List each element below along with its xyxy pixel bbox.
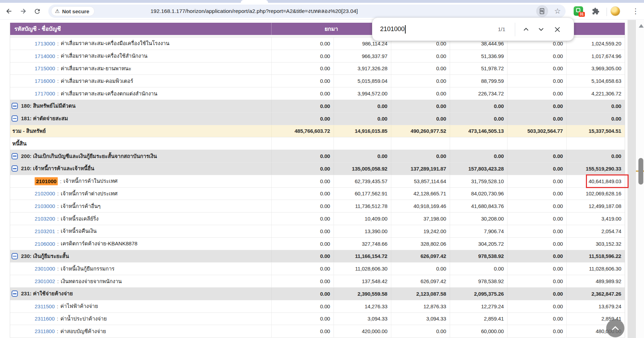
account-code-link[interactable]: 1715000: [35, 65, 55, 71]
minus-icon: [13, 256, 16, 257]
account-code-link[interactable]: 2103200: [35, 216, 55, 222]
account-code-link[interactable]: 2103000: [35, 203, 55, 209]
account-code-link[interactable]: 1717000: [35, 91, 55, 96]
value-cell: 3,094.33: [391, 313, 450, 325]
table-row: 1715000:ค่าเสื่อมราคาสะสม-ยานพาหนะ0.003,…: [10, 63, 625, 75]
value-cell: 0.00: [507, 325, 566, 337]
value-cell: 0.00: [271, 163, 334, 175]
value-cell: 84,020,730.96: [450, 188, 507, 200]
value-cell: 51,336.99: [450, 50, 507, 62]
table-row: 200: เงินเบิกเกินบัญชีและเงินกู้ยืมระยะส…: [10, 150, 625, 163]
table-row: 1716000:ค่าเสื่อมราคาสะสม-คอมพิวเตอร์0.0…: [10, 75, 625, 87]
value-cell: 0.00: [507, 50, 566, 62]
value-cell: 0.00: [271, 300, 334, 312]
account-code-link[interactable]: 1714000: [35, 53, 55, 59]
separator: :: [55, 328, 60, 334]
collapse-button[interactable]: [12, 153, 18, 159]
tab-strip: [0, 0, 644, 3]
value-cell: 41,680,843.76: [450, 200, 507, 212]
collapse-button[interactable]: [12, 253, 18, 259]
account-cell: 200: เงินเบิกเกินบัญชีและเงินกู้ยืมระยะส…: [10, 150, 271, 162]
collapse-button[interactable]: [12, 290, 18, 297]
value-cell: 2,123,087.58: [391, 288, 450, 300]
collapse-button[interactable]: [12, 165, 18, 172]
page-content: รหัสบัญชี - ชื่อบัญชี ยกมา ยกไป 1713000:…: [0, 20, 644, 338]
back-button[interactable]: [4, 6, 14, 16]
separator: :: [55, 228, 61, 234]
account-code-link[interactable]: 1716000: [35, 78, 55, 84]
find-next-button[interactable]: [534, 23, 548, 36]
value-cell: [334, 137, 391, 150]
puzzle-icon: [592, 7, 600, 15]
account-code-link[interactable]: 2102000: [35, 190, 55, 196]
value-cell: 0.00: [507, 313, 566, 325]
value-cell: 11,166,154.72: [334, 250, 391, 263]
value-cell: 1,024,559.20: [566, 37, 625, 50]
profile-avatar[interactable]: [610, 6, 620, 16]
value-cell: 0.00: [507, 250, 566, 263]
account-code-link[interactable]: 2311600: [35, 316, 55, 322]
value-cell: 0.00: [391, 63, 450, 75]
value-cell: 13,390.00: [334, 225, 391, 237]
account-code-link[interactable]: 2106000: [35, 241, 55, 247]
collapse-button[interactable]: [12, 115, 18, 122]
value-cell: 0.00: [507, 263, 566, 275]
account-code-link[interactable]: 2301002: [35, 278, 55, 284]
account-cell: 2311800:ค่าสอบบัญชีค้างจ่าย: [10, 325, 271, 337]
value-cell: 0.00: [271, 250, 334, 263]
account-code-link[interactable]: 2311500: [35, 303, 55, 309]
account-cell: 181: ค่าตัดจ่ายสะสม: [10, 113, 271, 125]
separator: :: [55, 91, 61, 96]
find-query-text: 2101000: [380, 26, 405, 33]
bookmark-star-button[interactable]: ☆: [552, 5, 564, 17]
group-label: 181: ค่าตัดจ่ายสะสม: [21, 114, 68, 123]
chevron-up-icon: [611, 326, 619, 331]
security-chip[interactable]: ⚠ Not secure: [51, 6, 94, 16]
address-bar[interactable]: ⚠ Not secure 192.168.1.177/horizon/appli…: [48, 5, 566, 18]
value-cell: 0.00: [271, 225, 334, 237]
value-cell: 489,989.92: [566, 275, 625, 287]
menu-dots-button[interactable]: ⋮: [631, 6, 640, 17]
table-row: 180: สินทรัพย์ไม่มีตัวตน0.000.000.000.00…: [10, 100, 625, 113]
find-input[interactable]: 2101000: [380, 18, 406, 41]
account-cell: 1714000:ค่าเสื่อมราคาสะสม-เครื่องใช้สำนั…: [10, 50, 271, 62]
account-cell: 2301002:เงินทดรองจ่ายจากพนักงาน: [10, 275, 271, 287]
value-cell: 0.00: [507, 163, 566, 175]
value-cell: 0.00: [450, 113, 507, 125]
find-close-button[interactable]: [551, 23, 564, 36]
account-code-link[interactable]: 2301000: [35, 266, 55, 272]
value-cell: 5,104,658.63: [566, 75, 625, 87]
value-cell: 304,205.72: [450, 238, 507, 250]
warning-icon: ⚠: [55, 8, 59, 14]
account-code-link[interactable]: 1713000: [35, 41, 55, 46]
forward-button[interactable]: [18, 6, 28, 16]
account-code-link[interactable]: 2103201: [35, 228, 55, 234]
value-cell: 0.00: [334, 100, 391, 112]
scroll-to-top-button[interactable]: [606, 319, 624, 337]
table-row: 230: เงินกู้ยืมระยะสั้น0.0011,166,154.72…: [10, 250, 625, 263]
section-label: หนี้สิน: [12, 139, 27, 148]
value-cell: 0.00: [507, 275, 566, 287]
extension-icon-green[interactable]: 31: [574, 6, 583, 16]
find-in-page-icon-button[interactable]: [536, 5, 548, 17]
value-cell: 7,906.74: [450, 225, 507, 237]
extensions-puzzle-button[interactable]: [591, 6, 601, 16]
reload-button[interactable]: [32, 6, 42, 16]
separator: :: [55, 266, 61, 272]
value-cell: 137,548.42: [334, 275, 391, 287]
value-cell: 0.00: [271, 263, 334, 275]
inner-scrollbar-track[interactable]: [628, 20, 636, 338]
table-row: 231: ค่าใช้จ่ายค้างจ่าย0.002,390,559.582…: [10, 288, 625, 300]
account-code-link[interactable]: 2311800: [35, 328, 55, 334]
separator: :: [55, 303, 60, 309]
find-match-highlight[interactable]: 2101000: [35, 177, 58, 185]
find-previous-button[interactable]: [519, 23, 533, 36]
table-row: 2102000:เจ้าหนี้การค้าต่างประเทศ0.0060,1…: [10, 188, 625, 200]
table-row: 2301002:เงินทดรองจ่ายจากพนักงาน0.00137,5…: [10, 275, 625, 288]
window-scrollbar-thumb[interactable]: [638, 158, 643, 185]
kebab-menu-icon: ⋮: [632, 7, 639, 15]
scrollbar-up-arrow[interactable]: [639, 24, 644, 28]
collapse-button[interactable]: [12, 103, 18, 109]
value-cell: 0.00: [450, 100, 507, 112]
value-cell: 11,518,596.22: [566, 250, 625, 263]
